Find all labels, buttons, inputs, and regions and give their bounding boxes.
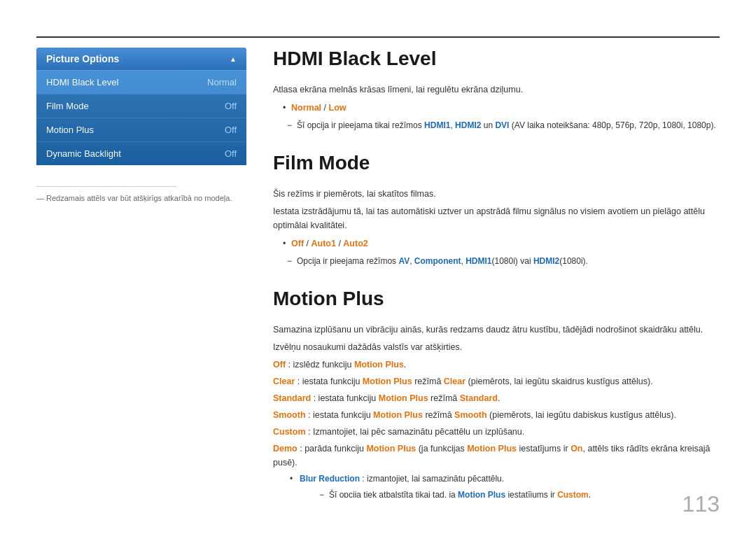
blur-reduction-text: : izmantojiet, lai samazinātu pēcattēlu.: [360, 474, 504, 484]
blur-motion-plus: Motion Plus: [458, 490, 505, 498]
picture-options-menu: Picture Options ▲ HDMI Black Level Norma…: [36, 48, 246, 165]
motion-smooth-text1: : iestata funkciju: [306, 410, 374, 420]
film-bullet-options: Off / Auto1 / Auto2: [283, 237, 720, 251]
hdmi-bullet-list: Normal / Low: [283, 101, 720, 115]
motion-smooth-mode: Smooth: [454, 410, 487, 420]
motion-clear-plus: Motion Plus: [363, 377, 412, 386]
motion-body: Samazina izplūšanu un vibrāciju ainās, k…: [273, 323, 720, 498]
footnote: — Redzamais attēls var būt atšķirīgs atk…: [36, 194, 246, 202]
menu-item-hdmi[interactable]: HDMI Black Level Normal: [36, 70, 246, 94]
film-hdmi2-link: HDMI2: [533, 256, 559, 266]
hdmi-low-text: Low: [329, 103, 346, 113]
film-sep1: /: [304, 239, 311, 248]
motion-line-off: Off : izslēdz funkciju Motion Plus.: [273, 358, 720, 372]
hdmi-title: HDMI Black Level: [273, 48, 720, 74]
motion-demo-on: On: [570, 444, 582, 454]
motion-clear-label: Clear: [273, 377, 295, 386]
menu-item-dynamic-label: Dynamic Backlight: [46, 148, 121, 159]
motion-intro1: Samazina izplūšanu un vibrāciju ainās, k…: [273, 323, 720, 337]
menu-item-film-label: Film Mode: [46, 101, 89, 111]
av-link: AV: [398, 256, 410, 266]
motion-standard-label: Standard: [273, 393, 311, 403]
motion-standard-text1: : iestata funkciju: [311, 393, 379, 403]
motion-line-clear: Clear : iestata funkciju Motion Plus rež…: [273, 374, 720, 388]
motion-demo-text2: (ja funkcijas: [416, 444, 467, 454]
motion-standard-plus: Motion Plus: [379, 393, 428, 403]
motion-off-end: .: [404, 360, 406, 370]
left-panel: Picture Options ▲ HDMI Black Level Norma…: [36, 48, 246, 202]
menu-item-dynamic-value: Off: [225, 148, 237, 159]
motion-clear-mode: Clear: [444, 377, 465, 386]
motion-custom-text: : Izmantojiet, lai pēc samazinātu pēcatt…: [306, 427, 525, 437]
motion-smooth-label: Smooth: [273, 410, 306, 420]
menu-item-film[interactable]: Film Mode Off: [36, 94, 246, 118]
picture-options-header: Picture Options ▲: [36, 48, 246, 70]
dvi-link: DVI: [495, 120, 509, 130]
motion-line-demo: Demo : parāda funkciju Motion Plus (ja f…: [273, 442, 720, 470]
motion-demo-plus2: Motion Plus: [467, 444, 517, 454]
hdmi-body: Atlasa ekrāna melnās krāsas līmeni, lai …: [273, 83, 720, 132]
blur-reduction-label: Blur Reduction: [300, 474, 360, 484]
section-film: Film Mode Šis režīms ir piemērots, lai s…: [273, 152, 720, 268]
motion-off-text: : izslēdz funkciju: [286, 360, 354, 370]
film-auto2: Auto2: [343, 239, 368, 248]
picture-options-title: Picture Options: [46, 53, 119, 64]
film-body: Šis režīms ir piemērots, lai skatītos fi…: [273, 187, 720, 268]
blur-custom: Custom: [557, 490, 589, 498]
top-divider: [36, 36, 720, 38]
component-link: Component: [414, 256, 461, 266]
arrow-up-icon: ▲: [230, 55, 237, 63]
motion-demo-plus1: Motion Plus: [366, 444, 416, 454]
hdmi-sep: /: [321, 103, 328, 113]
page-number: 113: [682, 491, 720, 517]
hdmi-dash1: Šī opcija ir pieejama tikai režīmos HDMI…: [287, 119, 720, 132]
film-dash-list: Opcija ir pieejama režīmos AV, Component…: [287, 255, 720, 268]
menu-item-film-value: Off: [225, 101, 237, 111]
motion-off-plus: Motion Plus: [354, 360, 404, 370]
motion-blur-item: Blur Reduction : izmantojiet, lai samazi…: [290, 472, 720, 498]
film-body-text: Iestata izstrādājumu tā, lai tas automāt…: [273, 204, 720, 232]
motion-demo-text3: iestatījums ir: [517, 444, 570, 454]
motion-title: Motion Plus: [273, 288, 720, 314]
motion-standard-mode: Standard: [460, 393, 498, 403]
motion-smooth-plus: Motion Plus: [373, 410, 423, 420]
motion-standard-text2: režīmā: [428, 393, 460, 403]
film-dash1: Opcija ir pieejama režīmos AV, Component…: [287, 255, 720, 268]
motion-line-smooth: Smooth : iestata funkciju Motion Plus re…: [273, 408, 720, 422]
motion-sub-list: Blur Reduction : izmantojiet, lai samazi…: [290, 472, 720, 498]
film-title: Film Mode: [273, 152, 720, 178]
film-auto1: Auto1: [311, 239, 335, 248]
hdmi-intro: Atlasa ekrāna melnās krāsas līmeni, lai …: [273, 83, 720, 97]
hdmi-normal-text: Normal: [291, 103, 321, 113]
menu-item-motion-label: Motion Plus: [46, 125, 94, 135]
left-divider: [36, 186, 176, 187]
motion-clear-text2: režīmā: [412, 377, 444, 386]
motion-demo-label: Demo: [273, 444, 298, 454]
motion-off-label: Off: [273, 360, 286, 370]
section-motion: Motion Plus Samazina izplūšanu un vibrāc…: [273, 288, 720, 498]
film-intro: Šis režīms ir piemērots, lai skatītos fi…: [273, 187, 720, 201]
motion-smooth-end: (piemērots, lai iegūtu dabiskus kustīgus…: [487, 410, 676, 420]
section-hdmi: HDMI Black Level Atlasa ekrāna melnās kr…: [273, 48, 720, 132]
hdmi-dash-list: Šī opcija ir pieejama tikai režīmos HDMI…: [287, 119, 720, 132]
hdmi1-link: HDMI1: [424, 120, 450, 130]
film-bullet-list: Off / Auto1 / Auto2: [283, 237, 720, 251]
blur-dash1: Šī opcija tiek atbalstīta tikai tad, ja …: [319, 489, 720, 498]
film-sep2: /: [336, 239, 343, 248]
hdmi-bullet-normal: Normal / Low: [283, 101, 720, 115]
motion-demo-text1: : parāda funkciju: [298, 444, 367, 454]
motion-line-standard: Standard : iestata funkciju Motion Plus …: [273, 391, 720, 405]
menu-item-hdmi-label: HDMI Black Level: [46, 77, 118, 87]
menu-item-motion-value: Off: [225, 125, 237, 135]
menu-item-hdmi-value: Normal: [207, 77, 237, 87]
motion-smooth-text2: režīmā: [423, 410, 454, 420]
motion-custom-label: Custom: [273, 427, 306, 437]
motion-standard-end: .: [498, 393, 500, 403]
motion-line-custom: Custom : Izmantojiet, lai pēc samazinātu…: [273, 425, 720, 439]
film-off: Off: [291, 239, 304, 248]
menu-item-dynamic[interactable]: Dynamic Backlight Off: [36, 141, 246, 165]
hdmi2-link: HDMI2: [455, 120, 481, 130]
blur-dash-list: Šī opcija tiek atbalstīta tikai tad, ja …: [319, 489, 720, 498]
menu-item-motion[interactable]: Motion Plus Off: [36, 118, 246, 141]
motion-intro2: Izvēlņu nosaukumi dažādās valstīs var at…: [273, 340, 720, 354]
